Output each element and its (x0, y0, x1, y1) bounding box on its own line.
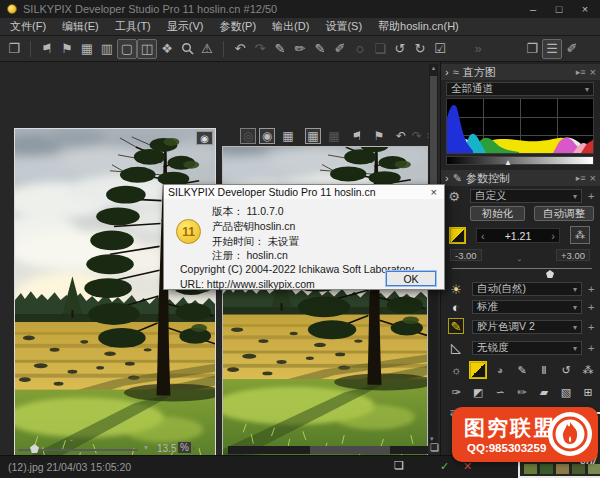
exposure-icon[interactable] (450, 228, 465, 243)
single-view-icon[interactable]: ▢ (117, 39, 137, 59)
add-sharpness-icon[interactable]: + (588, 342, 594, 354)
undock-icon[interactable]: ▸≡ (576, 67, 586, 77)
zoom-prev-icon[interactable]: ‹ (192, 442, 195, 453)
dialog-title-bar[interactable]: SILKYPIX Developer Studio Pro 11 hoslin.… (164, 185, 444, 199)
accept-icon[interactable]: ✓ (440, 460, 449, 473)
contrast-select[interactable]: 标准 ▾ (472, 300, 582, 314)
checkbox-icon[interactable]: ☑ (430, 39, 450, 59)
image-status-icon[interactable]: ❏ (394, 459, 404, 472)
exposure-decrement-icon[interactable]: ‹ (481, 230, 485, 242)
control-panel-icon[interactable]: ☰ (542, 39, 562, 59)
lasso-icon[interactable]: ◌ (350, 39, 370, 59)
menu-file[interactable]: 文件(F) (2, 19, 54, 34)
dodge-pen-icon[interactable]: ✎ (310, 39, 330, 59)
ok-button[interactable]: OK (386, 271, 436, 286)
fisheye-tool-icon[interactable]: ∽ (492, 384, 508, 400)
range-max-box[interactable]: +3.00 (556, 249, 590, 261)
undock-icon[interactable]: ▸≡ (576, 173, 586, 183)
compare-flag-left-icon[interactable]: ⚑ (349, 128, 365, 144)
shapes-tool-icon[interactable]: ▧ (558, 384, 574, 400)
white-balance-select[interactable]: 自动(自然) ▾ (472, 282, 582, 296)
rotate-tool-icon[interactable]: ↺ (558, 362, 574, 378)
dialog-close-icon[interactable]: × (428, 186, 440, 198)
panel-close-icon[interactable]: × (590, 66, 596, 78)
horizontal-scroll-thumb[interactable] (310, 446, 390, 454)
exposure-tool-icon[interactable] (470, 362, 486, 378)
gear-icon[interactable]: ⚙ (446, 188, 462, 204)
burn-pen-icon[interactable]: ✐ (330, 39, 350, 59)
zoom-dropdown-icon[interactable]: ▾ (144, 443, 148, 452)
menu-tools[interactable]: 工具(T) (107, 19, 159, 34)
combo-view-icon[interactable]: ▥ (97, 39, 117, 59)
histogram-header[interactable]: › ≈ 直方图 ▸≡ × (441, 64, 600, 80)
menu-edit[interactable]: 编辑(E) (54, 19, 107, 34)
export-icon[interactable]: ❐ (4, 39, 24, 59)
menu-parameters[interactable]: 参数(P) (211, 19, 264, 34)
film-tone-select[interactable]: 胶片色调V 2 ▾ (472, 320, 582, 334)
range-min-box[interactable]: -3.00 (450, 249, 482, 261)
menu-output[interactable]: 输出(D) (264, 19, 317, 34)
add-film-tone-icon[interactable]: + (588, 321, 594, 333)
more-tools-icon[interactable]: » (468, 39, 488, 59)
menu-view[interactable]: 显示(V) (159, 19, 212, 34)
compare-mark-after-icon[interactable]: ◉ (259, 128, 275, 144)
tone-curve-tool-icon[interactable]: ✎ (514, 362, 530, 378)
maximize-button[interactable]: □ (548, 2, 570, 16)
add-wb-icon[interactable]: + (588, 283, 594, 295)
undo-icon[interactable]: ↶ (230, 39, 250, 59)
sphere-tool-icon[interactable]: ◕ (492, 362, 508, 378)
settings-tool-icon[interactable]: ⁂ (580, 362, 596, 378)
vertical-scroll-thumb[interactable] (430, 76, 437, 186)
copy-settings-icon[interactable]: ❐ (522, 39, 542, 59)
compare-grid-selected-icon[interactable]: ▦ (305, 128, 321, 144)
compare-layout-icon[interactable]: ▦ (280, 128, 296, 144)
fullscreen-icon[interactable]: ❖ (157, 39, 177, 59)
close-button[interactable]: × (574, 2, 596, 16)
rotate-left-icon[interactable]: ↺ (390, 39, 410, 59)
compare-grid-icon[interactable]: ▦ (326, 128, 342, 144)
channel-select[interactable]: 全部通道 ▾ (446, 82, 594, 96)
thumbnail-view-icon[interactable]: ▦ (77, 39, 97, 59)
level-slider-handle[interactable]: ▲ (504, 158, 512, 167)
preset-select[interactable]: 自定义 ▾ (470, 189, 582, 203)
scroll-up-icon[interactable]: ▴ (432, 64, 436, 71)
initialize-button[interactable]: 初始化 (470, 206, 525, 221)
collapse-icon[interactable]: › (445, 172, 449, 184)
preview-before-pane[interactable]: ◉ (14, 128, 216, 478)
add-contrast-icon[interactable]: + (588, 301, 594, 313)
auto-adjust-button[interactable]: 自动调整 (534, 206, 594, 221)
warning-icon[interactable]: ⚠ (197, 39, 217, 59)
flag-right-icon[interactable]: ⚑ (57, 39, 77, 59)
menu-help[interactable]: 帮助hoslin.cn(H) (370, 19, 467, 34)
pane-mode-icon[interactable]: ◉ (196, 131, 213, 145)
panel-close-icon[interactable]: × (590, 172, 596, 184)
gradient-tool-icon[interactable]: ◩ (470, 384, 486, 400)
magnifier-icon[interactable] (177, 39, 197, 59)
brightness-tool-icon[interactable]: ☼ (448, 362, 464, 378)
exposure-increment-icon[interactable]: › (551, 230, 555, 242)
redo-icon[interactable]: ↷ (250, 39, 270, 59)
menu-settings[interactable]: 设置(S) (317, 19, 370, 34)
sharpness-select[interactable]: 无锐度 ▾ (472, 341, 582, 355)
compare-flag-right-icon[interactable]: ⚑ (371, 128, 387, 144)
spot-tool-icon[interactable]: ✑ (448, 384, 464, 400)
exposure-slider-track[interactable] (452, 268, 592, 269)
rotate-right-icon[interactable]: ↻ (410, 39, 430, 59)
pencil-tool-icon[interactable]: ✏ (514, 384, 530, 400)
pane-corner-icon[interactable]: ❏ (430, 442, 439, 453)
compare-mark-before-icon[interactable]: ◎ (240, 128, 256, 144)
crop-tool-icon[interactable]: ⊞ (580, 384, 596, 400)
add-preset-icon[interactable]: + (588, 190, 594, 202)
eraser-tool-icon[interactable]: ✐ (562, 39, 582, 59)
collapse-icon[interactable]: › (445, 66, 449, 78)
layers-icon[interactable]: ❏ (370, 39, 390, 59)
text-tool-icon[interactable]: Ⅱ (536, 362, 552, 378)
auto-exposure-button[interactable]: ⁂ (570, 226, 590, 244)
compare-undo-icon[interactable]: ↶ (393, 128, 409, 144)
retouch-pen-icon[interactable]: ✎ (270, 39, 290, 59)
level-gradient-slider[interactable] (446, 156, 594, 165)
brush-icon[interactable]: ✏ (290, 39, 310, 59)
dual-view-icon[interactable]: ◫ (137, 39, 157, 59)
parameters-header[interactable]: › ✎ 参数控制 ▸≡ × (441, 170, 600, 186)
flag-left-icon[interactable]: ⚑ (37, 39, 57, 59)
